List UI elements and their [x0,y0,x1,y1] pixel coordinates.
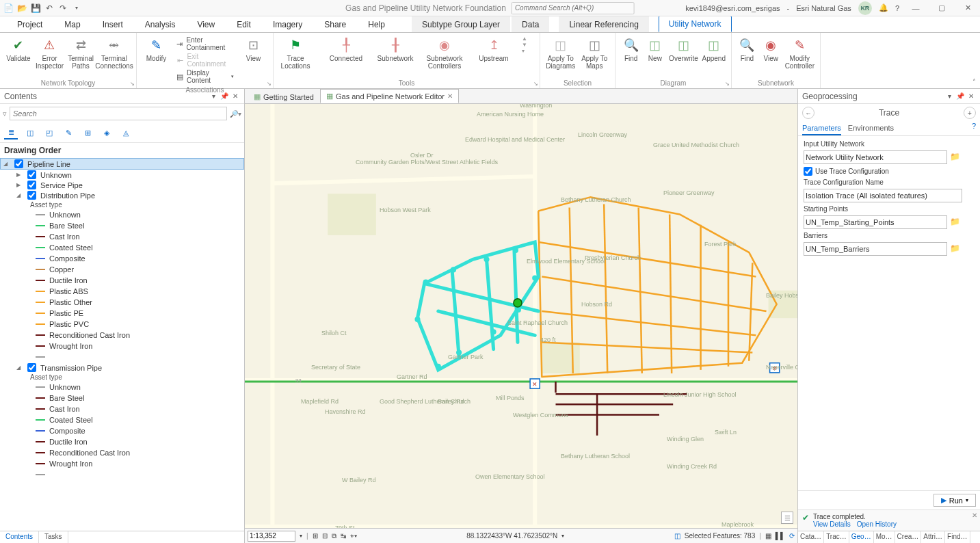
list-snapping-icon[interactable]: ⊞ [81,126,94,140]
enter-containment-button[interactable]: ⇥Enter Containment [173,36,237,52]
layer-service-pipe[interactable]: ▶Service Pipe [0,180,244,190]
status-tool-4-icon[interactable]: ↹ [341,532,346,540]
list-perspective-icon[interactable]: ◬ [119,126,133,140]
legend-item[interactable]: Copper [0,264,244,275]
gp-tab-environments[interactable]: Environments [848,122,894,135]
tab-map[interactable]: Map [54,16,90,32]
legend-item[interactable]: Wrought Iron [0,458,244,469]
layer-tree[interactable]: ◢Pipeline Line ▶Unknown ▶Service Pipe ◢D… [0,158,244,531]
diagram-overwrite-button[interactable]: ◫Overwrite [668,34,700,64]
legend-item[interactable]: Reconditioned Cast Iron [0,330,244,341]
diagram-new-button[interactable]: ◫New [644,34,666,64]
legend-item[interactable]: Wrought Iron [0,341,244,352]
subnetwork-find-button[interactable]: 🔍Find [736,34,758,64]
list-editing-icon[interactable]: ✎ [62,126,75,140]
input-un-combo[interactable]: Network Utility Network [804,150,947,164]
list-selection-icon[interactable]: ◰ [42,126,56,140]
gp-tab-parameters[interactable]: Parameters [802,122,841,135]
bottom-tab-contents[interactable]: Contents [0,531,39,543]
selected-features[interactable]: Selected Features: 783 [685,532,755,540]
launcher-associations[interactable]: ↘ [267,81,272,87]
legend-item[interactable]: Plastic ABS [0,286,244,297]
tab-analysis[interactable]: Analysis [135,16,186,32]
help-icon[interactable]: ? [895,4,899,12]
legend-item[interactable]: Bare Steel [0,393,244,403]
tab-view[interactable]: View [187,16,225,32]
catalog-tab[interactable]: Crea… [895,531,922,543]
back-icon[interactable]: ← [802,107,815,119]
pause-icon[interactable]: ▌▌ [776,532,785,540]
notifications-icon[interactable]: 🔔 [879,3,888,12]
tab-subtype-group-layer[interactable]: Subtype Group Layer [412,16,510,32]
maximize-icon[interactable]: ▢ [932,1,951,15]
view-details-link[interactable]: View Details [813,520,851,528]
tab-edit[interactable]: Edit [226,16,261,32]
launcher-tools[interactable]: ↘ [533,81,538,87]
diagram-append-button[interactable]: ◫Append [701,34,727,64]
map-tab-getting-started[interactable]: ▦Getting Started [248,90,320,103]
legend-item[interactable]: Coated Steel [0,414,244,425]
coordinates[interactable]: 88.1322433°W 41.7623502°N [466,532,557,540]
selection-status-icon[interactable]: ◫ [674,532,680,540]
catalog-tab[interactable]: Cata… [798,531,824,543]
folder-icon[interactable]: 📁 [950,152,961,163]
terminal-paths-button[interactable]: ⇄Terminal Paths [66,34,95,71]
apply-to-diagrams-button[interactable]: ◫Apply To Diagrams [544,34,577,71]
status-tool-5-icon[interactable]: ⌖▾ [350,532,357,540]
gp-options-icon[interactable]: ▾ [944,92,954,101]
close-tab-icon[interactable]: ✕ [447,92,453,100]
status-tool-2-icon[interactable]: ⊟ [322,532,328,540]
layer-pipeline-line[interactable]: ◢Pipeline Line [0,158,244,170]
tab-linear-referencing[interactable]: Linear Referencing [559,16,648,32]
map-tab-editor[interactable]: ▦Gas and Pipeline Network Editor✕ [320,89,459,103]
legend-item[interactable]: Cast Iron [0,231,244,242]
trace-gallery-up-icon[interactable]: ▲ [522,36,527,42]
legend-item[interactable]: Composite [0,253,244,264]
legend-item[interactable]: Bare Steel [0,220,244,231]
legend-item[interactable]: Ductile Iron [0,275,244,286]
legend-item[interactable]: Plastic Other [0,297,244,308]
new-project-icon[interactable]: 📄 [3,3,14,14]
legend-item[interactable]: Unknown [0,382,244,393]
view-associations-button[interactable]: ⊡View [238,34,269,64]
catalog-tab[interactable]: Find… [945,531,970,543]
trace-gallery-down-icon[interactable]: ▼ [522,42,527,48]
gp-pin-icon[interactable]: 📌 [955,92,965,101]
run-button[interactable]: ▶Run▾ [933,494,976,507]
catalog-tab[interactable]: Mo… [874,531,895,543]
map-menu-icon[interactable]: ☰ [781,512,793,524]
terminal-connections-button[interactable]: ⥈Terminal Connections [96,34,132,71]
legend-item[interactable]: Unknown [0,209,244,220]
legend-item[interactable]: Ductile Iron [0,436,244,447]
layer-transmission-pipe[interactable]: ◢Transmission Pipe [0,362,244,373]
connected-trace-button[interactable]: ╀Connected [322,34,370,64]
tab-share[interactable]: Share [314,16,356,32]
legend-item[interactable]: Plastic PE [0,308,244,319]
tab-project[interactable]: Project [7,16,53,32]
upstream-trace-button[interactable]: ↥Upstream [470,34,518,64]
open-history-link[interactable]: Open History [857,520,897,528]
minimize-icon[interactable]: — [906,1,925,15]
search-icon[interactable]: 🔎▾ [230,110,241,118]
apply-to-maps-button[interactable]: ◫Apply To Maps [579,34,611,71]
legend-item[interactable]: Reconditioned Cast Iron [0,447,244,458]
open-icon[interactable]: 📂 [16,3,27,14]
filter-icon[interactable]: ▿ [3,109,7,118]
catalog-tab[interactable]: Attri… [921,531,945,543]
validate-button[interactable]: ✔Validate [4,34,33,64]
catalog-tab[interactable]: Trac… [824,531,849,543]
use-trace-config-checkbox[interactable] [804,167,812,176]
signed-in-user[interactable]: kevi1849@esri.com_esrigas [685,4,780,12]
legend-item[interactable] [0,352,244,362]
modify-associations-button[interactable]: ✎Modify [141,34,172,64]
tab-data[interactable]: Data [512,16,549,32]
trace-config-combo[interactable]: Isolation Trace (All isolated features) [804,189,962,202]
starting-points-combo[interactable]: UN_Temp_Starting_Points [804,215,947,229]
subnetwork-trace-button[interactable]: ╂Subnetwork [371,34,419,64]
tab-utility-network[interactable]: Utility Network [659,16,732,32]
exit-containment-button[interactable]: ⇤Exit Containment [173,52,237,68]
status-tool-3-icon[interactable]: ⧉ [332,532,336,540]
catalog-tab[interactable]: Geo… [849,531,874,543]
list-source-icon[interactable]: ◫ [23,126,37,140]
legend-item[interactable]: Plastic PVC [0,319,244,330]
